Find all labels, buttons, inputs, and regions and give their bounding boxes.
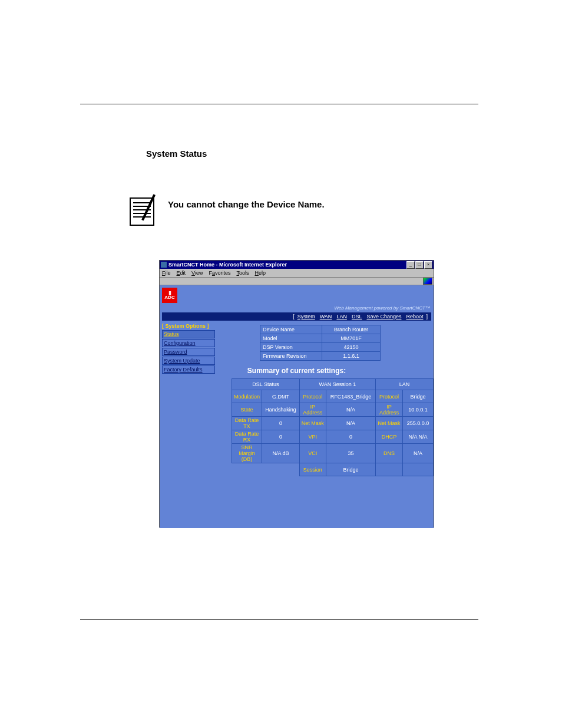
- browser-window: SmartCNCT Home - Microsoft Internet Expl…: [159, 260, 434, 528]
- table-row: Modulation G.DMT Protocol RFC1483_Bridge…: [232, 390, 434, 403]
- menubar: File Edit View Favorites Tools Help: [160, 269, 434, 278]
- cell-value: Bridge: [326, 463, 375, 476]
- cell-label: Session: [299, 463, 326, 476]
- device-info-table: Device NameBranch Router ModelMM701F DSP…: [260, 325, 381, 361]
- cell-label: Data Rate RX: [232, 430, 262, 444]
- cell-value: 255.0.0.0: [402, 417, 433, 430]
- cell-value: N/A dB: [262, 444, 300, 463]
- table-row: Session Bridge: [232, 463, 434, 476]
- table-row: State Handshaking IP Address N/A IP Addr…: [232, 403, 434, 417]
- section-heading: System Status: [146, 149, 207, 159]
- info-row-dsp-version: DSP Version42150: [260, 343, 381, 352]
- info-label: Device Name: [260, 325, 322, 334]
- sidebar-label-password: Password: [164, 349, 187, 355]
- cell-label: State: [232, 403, 262, 417]
- nav-reboot[interactable]: Reboot: [406, 314, 423, 319]
- maximize-button[interactable]: □: [415, 261, 424, 269]
- menu-tools[interactable]: Tools: [236, 270, 249, 276]
- info-label: Firmware Revision: [260, 352, 322, 361]
- cell-value: 0: [262, 430, 300, 444]
- cell-value: 0: [326, 430, 375, 444]
- info-row-firmware: Firmware Revision1.1.6.1: [260, 352, 381, 361]
- summary-table: DSL Status WAN Session 1 LAN Modulation …: [232, 378, 434, 476]
- cell-value: G.DMT: [262, 390, 300, 403]
- info-label: DSP Version: [260, 343, 322, 352]
- info-value: 1.1.6.1: [322, 352, 381, 361]
- window-title: SmartCNCT Home - Microsoft Internet Expl…: [168, 262, 287, 268]
- info-value: Branch Router: [322, 325, 381, 334]
- sidebar-item-status[interactable]: Status: [162, 330, 215, 338]
- cell-value: RFC1483_Bridge: [326, 390, 375, 403]
- sidebar-item-configuration[interactable]: Configuration: [162, 339, 215, 347]
- nav-save-changes[interactable]: Save Changes: [366, 314, 401, 319]
- nav-system[interactable]: System: [297, 314, 315, 319]
- table-row: Data Rate RX 0 VPI 0 DHCP N/A N/A: [232, 430, 434, 444]
- header-wan: WAN Session 1: [299, 379, 375, 390]
- titlebar: SmartCNCT Home - Microsoft Internet Expl…: [160, 261, 434, 269]
- minimize-button[interactable]: _: [406, 261, 415, 269]
- note-icon: [130, 197, 154, 226]
- nav-bracket-right: ]: [426, 314, 428, 319]
- toolbar: [160, 278, 434, 285]
- header-dsl: DSL Status: [232, 379, 300, 390]
- cell-value: N/A: [402, 444, 433, 463]
- adc-logo: ||| ADC: [162, 288, 177, 303]
- info-row-device-name: Device NameBranch Router: [260, 325, 381, 334]
- nav-bracket-left: [: [293, 314, 295, 319]
- menu-edit[interactable]: Edit: [177, 270, 186, 276]
- cell-value: N/A: [326, 417, 375, 430]
- header-lan: LAN: [376, 379, 434, 390]
- cell-label: DNS: [376, 444, 403, 463]
- powered-by-text: Web Management powered by SmartCNCT™: [334, 305, 430, 311]
- page-content: ||| ADC Web Management powered by SmartC…: [160, 285, 434, 528]
- nav-lan[interactable]: LAN: [336, 314, 347, 319]
- info-value: 42150: [322, 343, 381, 352]
- page-rule-top: [80, 104, 478, 104]
- menu-help[interactable]: Help: [254, 270, 266, 276]
- summary-title: Summary of current settings:: [160, 367, 434, 375]
- cell-label: VCI: [299, 444, 326, 463]
- sidebar-label-configuration: Configuration: [164, 340, 196, 346]
- page-rule-bottom: [80, 619, 478, 620]
- nav-dsl[interactable]: DSL: [352, 314, 362, 319]
- close-button[interactable]: ×: [424, 261, 432, 269]
- sidebar-label-status: Status: [164, 331, 179, 337]
- ie-icon: [161, 262, 167, 268]
- sidebar-item-password[interactable]: Password: [162, 348, 215, 356]
- cell-value: Bridge: [402, 390, 433, 403]
- sidebar-label-system-update: System Update: [164, 358, 200, 364]
- cell-value: N/A: [326, 403, 375, 417]
- nav-wan[interactable]: WAN: [320, 314, 332, 319]
- cell-value: N/A N/A: [402, 430, 433, 444]
- menu-favorites[interactable]: Favorites: [209, 270, 230, 276]
- cell-value: 35: [326, 444, 375, 463]
- info-row-model: ModelMM701F: [260, 334, 381, 343]
- cell-value: 0: [262, 417, 300, 430]
- cell-label: Protocol: [376, 390, 403, 403]
- cell-label: Net Mask: [376, 417, 403, 430]
- menu-view[interactable]: View: [191, 270, 203, 276]
- cell-label: DHCP: [376, 430, 403, 444]
- cell-label: IP Address: [376, 403, 403, 417]
- table-row: SNR Margin (DB) N/A dB VCI 35 DNS N/A: [232, 444, 434, 463]
- sidebar-item-system-update[interactable]: System Update: [162, 357, 215, 365]
- cell-label: IP Address: [299, 403, 326, 417]
- info-label: Model: [260, 334, 322, 343]
- cell-label: SNR Margin (DB): [232, 444, 262, 463]
- adc-logo-text: ADC: [164, 295, 174, 300]
- info-value: MM701F: [322, 334, 381, 343]
- cell-value: Handshaking: [262, 403, 300, 417]
- ie-logo-icon: [423, 278, 432, 285]
- table-row: Data Rate TX 0 Net Mask N/A Net Mask 255…: [232, 417, 434, 430]
- cell-label: Net Mask: [299, 417, 326, 430]
- menu-file[interactable]: File: [162, 270, 171, 276]
- cell-label: VPI: [299, 430, 326, 444]
- cell-label: Protocol: [299, 390, 326, 403]
- cell-label: Data Rate TX: [232, 417, 262, 430]
- note-text: You cannot change the Device Name.: [168, 199, 325, 209]
- sidebar-title: [ System Options ]: [162, 323, 217, 329]
- cell-value: 10.0.0.1: [402, 403, 433, 417]
- cell-label: Modulation: [232, 390, 262, 403]
- top-navbar: [ System WAN LAN DSL Save Changes Reboot…: [162, 312, 431, 321]
